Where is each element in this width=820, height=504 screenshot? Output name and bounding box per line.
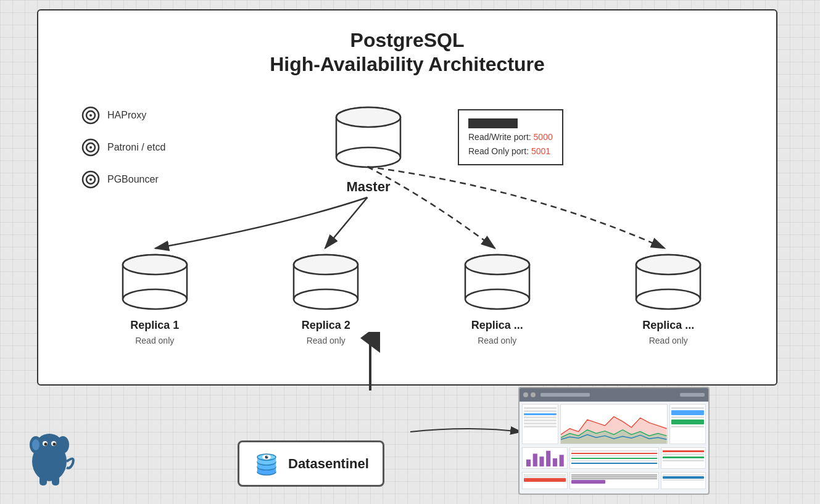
dashboard-mid-chart3: [661, 447, 706, 469]
dashboard-bottom1: [522, 472, 568, 489]
patroni-icon: [81, 138, 100, 157]
replica-4-name: Replica ...: [607, 319, 730, 332]
svg-rect-50: [39, 476, 47, 485]
patroni-label: Patroni / etcd: [107, 142, 165, 153]
pgbouncer-icon: [81, 170, 100, 189]
title-line2: High-Availability Architecture: [38, 53, 776, 76]
legend-pgbouncer: PGBouncer: [81, 170, 165, 189]
svg-rect-72: [560, 455, 564, 466]
svg-rect-51: [52, 476, 59, 485]
rw-port-line: Read/Write port: 5000: [468, 130, 553, 144]
dashboard-mid-chart1: [522, 447, 568, 469]
dashboard-stats: [669, 404, 706, 444]
mid-chart1-svg: [523, 448, 567, 468]
dashboard-toolbar: [520, 388, 708, 402]
svg-point-48: [44, 443, 48, 446]
legend-patroni: Patroni / etcd: [81, 138, 165, 157]
master-db: Master: [328, 100, 408, 195]
haproxy-label: HAProxy: [107, 110, 146, 121]
svg-rect-68: [533, 453, 537, 466]
replicas-row: Replica 1 Read only Replica 2 Read only: [69, 251, 754, 345]
replica-3-sub: Read only: [436, 336, 559, 345]
svg-point-14: [336, 107, 400, 127]
svg-point-45: [32, 439, 39, 450]
replica-3-cylinder-icon: [457, 251, 537, 313]
svg-point-25: [294, 289, 358, 309]
svg-point-49: [53, 443, 56, 446]
dashboard-screenshot: [518, 387, 710, 495]
replica-1: Replica 1 Read only: [93, 251, 217, 345]
replica-1-sub: Read only: [93, 336, 217, 345]
replica-1-cylinder-icon: [115, 251, 195, 313]
master-label: Master: [328, 179, 408, 195]
dashboard-sidebar: [522, 404, 558, 444]
main-chart-svg: [561, 405, 667, 444]
svg-rect-69: [539, 456, 544, 466]
datasentinel-icon: [253, 450, 281, 477]
rw-port-label: Read/Write port:: [468, 132, 531, 142]
legend-haproxy: HAProxy: [81, 106, 165, 125]
svg-point-37: [636, 289, 700, 309]
dashboard-top-row: [522, 404, 706, 444]
dashboard-main-chart: [560, 404, 668, 444]
replica-1-name: Replica 1: [93, 319, 217, 332]
svg-rect-71: [553, 458, 557, 466]
postgresql-elephant-icon: [19, 428, 80, 489]
rw-port-value: 5000: [534, 132, 553, 142]
svg-point-63: [267, 456, 268, 457]
svg-point-31: [465, 289, 529, 309]
svg-point-26: [294, 255, 358, 275]
dashboard-bottom2: [569, 472, 659, 489]
main-frame: PostgreSQL High-Availability Architectur…: [37, 9, 777, 386]
replica-4-sub: Read only: [607, 336, 730, 345]
redact-bar: [468, 118, 518, 128]
replica-3-name: Replica ...: [436, 319, 559, 332]
svg-point-5: [89, 146, 92, 149]
horiz-arrow-icon: [407, 423, 528, 441]
replica-4-cylinder-icon: [628, 251, 708, 313]
toolbar-nav2-icon: [531, 392, 536, 397]
datasentinel-to-dashboard-arrow: [407, 423, 528, 444]
svg-point-44: [57, 436, 69, 453]
svg-point-19: [123, 289, 187, 309]
master-cylinder-icon: [328, 100, 408, 174]
up-arrow-icon: [355, 332, 386, 394]
toolbar-url-bar: [540, 393, 590, 397]
svg-rect-70: [546, 451, 550, 466]
pgbouncer-label: PGBouncer: [107, 174, 159, 185]
svg-point-38: [636, 255, 700, 275]
datasentinel-box: Datasentinel: [238, 440, 384, 487]
replica-2-name: Replica 2: [264, 319, 387, 332]
port-info-box: Read/Write port: 5000 Read Only port: 50…: [458, 109, 563, 165]
svg-rect-67: [526, 460, 531, 466]
svg-point-2: [89, 114, 92, 117]
dashboard-bottom-row: [522, 472, 706, 489]
replica-4: Replica ... Read only: [607, 251, 730, 345]
toolbar-action-bar: [680, 393, 705, 397]
ro-port-label: Read Only port:: [468, 146, 529, 156]
up-arrow: [355, 332, 386, 396]
svg-point-13: [336, 147, 400, 167]
replica-2-cylinder-icon: [286, 251, 366, 313]
title-area: PostgreSQL High-Availability Architectur…: [38, 10, 776, 76]
svg-point-62: [265, 456, 268, 459]
dashboard-bottom3: [661, 472, 706, 489]
ro-port-line: Read Only port: 5001: [468, 144, 553, 158]
title-line1: PostgreSQL: [38, 29, 776, 52]
ro-port-value: 5001: [531, 146, 550, 156]
svg-point-32: [465, 255, 529, 275]
svg-point-8: [89, 178, 92, 181]
dashboard-mid-chart2: [569, 447, 659, 469]
replica-3: Replica ... Read only: [436, 251, 559, 345]
haproxy-icon: [81, 106, 100, 125]
pg-logo: [19, 428, 80, 492]
dashboard-content: [520, 402, 708, 492]
toolbar-nav-icon: [523, 392, 528, 397]
svg-point-20: [123, 255, 187, 275]
datasentinel-label: Datasentinel: [288, 456, 369, 472]
dashboard-mid-row: [522, 447, 706, 469]
legend: HAProxy Patroni / etcd PGBouncer: [81, 106, 165, 202]
